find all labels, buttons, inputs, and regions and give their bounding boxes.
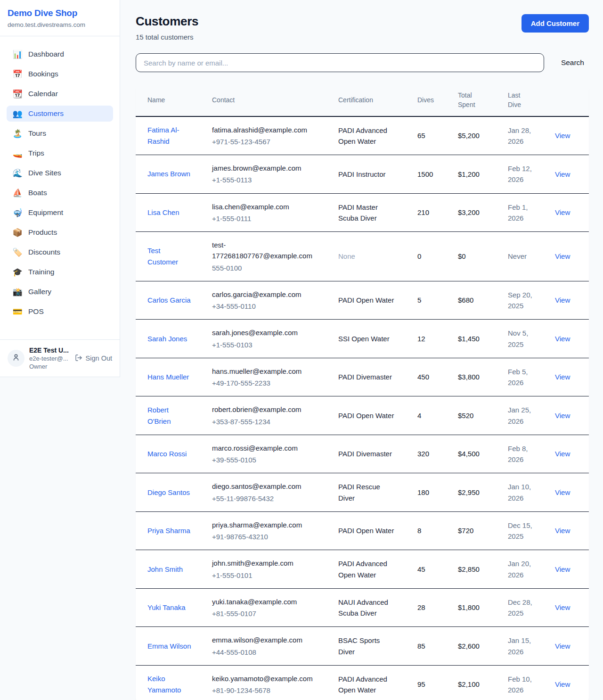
certification-value: PADI Rescue Diver <box>338 481 396 503</box>
sidebar-item-products[interactable]: 📦 Products <box>7 224 113 240</box>
customer-phone: +34-555-0110 <box>212 301 323 312</box>
last-dive-value: Nov 5, 2025 <box>508 328 536 350</box>
view-customer-link[interactable]: View <box>555 252 570 260</box>
customer-name-link[interactable]: Priya Sharma <box>147 525 190 536</box>
customer-name-link[interactable]: Fatima Al-Rashid <box>147 124 192 147</box>
col-header-name: Name <box>136 84 204 116</box>
view-customer-link[interactable]: View <box>555 335 570 343</box>
last-dive-value: Feb 8, 2026 <box>508 443 536 465</box>
customer-email: keiko.yamamoto@example.com <box>212 673 318 684</box>
sidebar-item-gallery[interactable]: 📸 Gallery <box>7 284 113 300</box>
customer-name-link[interactable]: Carlos Garcia <box>147 295 191 306</box>
dives-value: 320 <box>410 435 450 473</box>
customer-name-link[interactable]: Robert O'Brien <box>147 404 192 427</box>
contact-cell: priya.sharma@example.com +91-98765-43210 <box>204 511 331 550</box>
customer-name-link[interactable]: Sarah Jones <box>147 333 187 345</box>
view-customer-link[interactable]: View <box>555 296 570 304</box>
total-spent-value: $2,950 <box>450 473 500 512</box>
view-customer-link[interactable]: View <box>555 642 570 650</box>
certification-value: PADI Divemaster <box>338 371 396 382</box>
calendar-icon: 📆 <box>12 90 23 98</box>
total-spent-value: $0 <box>450 232 500 281</box>
sidebar-item-dive-sites[interactable]: 🌊 Dive Sites <box>7 165 113 181</box>
last-dive-value: Jan 25, 2026 <box>508 404 536 427</box>
view-customer-link[interactable]: View <box>555 565 570 573</box>
sidebar-item-tours[interactable]: 🏝️ Tours <box>7 125 113 141</box>
gallery-camera-icon: 📸 <box>12 288 23 296</box>
view-customer-link[interactable]: View <box>555 170 570 178</box>
customer-name-link[interactable]: James Brown <box>147 168 190 180</box>
dives-value: 95 <box>410 665 450 700</box>
dives-value: 450 <box>410 358 450 396</box>
view-customer-link[interactable]: View <box>555 527 570 535</box>
sidebar-item-bookings[interactable]: 📅 Bookings <box>7 66 113 82</box>
customer-email: john.smith@example.com <box>212 558 318 568</box>
contact-cell: test-1772681807767@example.com 555-0100 <box>204 232 331 281</box>
sidebar-item-customers[interactable]: 👥 Customers <box>7 106 113 122</box>
customer-name-link[interactable]: Hans Mueller <box>147 371 189 383</box>
customer-phone: +1-555-0111 <box>212 213 323 224</box>
table-row: Emma Wilson emma.wilson@example.com +44-… <box>136 627 589 666</box>
page-header-text: Customers 15 total customers <box>136 14 198 41</box>
certification-value: None <box>338 251 396 262</box>
table-header: Name Contact Certification Dives Total S… <box>136 84 589 116</box>
col-header-contact: Contact <box>204 84 331 116</box>
customer-name-link[interactable]: Emma Wilson <box>147 641 191 652</box>
search-input[interactable] <box>136 53 544 72</box>
sidebar-item-equipment[interactable]: 🤿 Equipment <box>7 205 113 221</box>
sidebar-item-boats[interactable]: ⛵ Boats <box>7 185 113 201</box>
customer-name-link[interactable]: Marco Rossi <box>147 448 187 460</box>
user-info: E2E Test U... e2e-tester@... Owner <box>29 346 70 370</box>
view-customer-link[interactable]: View <box>555 450 570 458</box>
table-row: Robert O'Brien robert.obrien@example.com… <box>136 396 589 435</box>
customer-phone: +91-98765-43210 <box>212 531 323 542</box>
customer-phone: +1-555-0113 <box>212 174 323 185</box>
certification-value: PADI Master Scuba Diver <box>338 202 396 224</box>
search-button[interactable]: Search <box>556 55 589 71</box>
last-dive-value: Feb 1, 2026 <box>508 202 536 224</box>
sidebar-item-label: Dashboard <box>28 50 64 58</box>
trips-speedboat-icon: 🚤 <box>12 149 23 157</box>
sign-out-button[interactable]: Sign Out <box>75 354 112 363</box>
table-row: Marco Rossi marco.rossi@example.com +39-… <box>136 435 589 473</box>
view-customer-link[interactable]: View <box>555 132 570 140</box>
pos-credit-card-icon: 💳 <box>12 308 23 316</box>
tours-island-icon: 🏝️ <box>12 130 23 138</box>
view-customer-link[interactable]: View <box>555 680 570 688</box>
user-role: Owner <box>29 363 70 370</box>
last-dive-value: Jan 10, 2026 <box>508 481 536 503</box>
customer-name-link[interactable]: Keiko Yamamoto <box>147 673 192 696</box>
total-spent-value: $2,100 <box>450 665 500 700</box>
sidebar-item-training[interactable]: 🎓 Training <box>7 264 113 280</box>
total-spent-value: $720 <box>450 511 500 550</box>
view-customer-link[interactable]: View <box>555 488 570 496</box>
total-spent-value: $4,500 <box>450 435 500 473</box>
dives-value: 4 <box>410 396 450 435</box>
dives-value: 8 <box>410 511 450 550</box>
customer-name-link[interactable]: Diego Santos <box>147 487 190 498</box>
view-customer-link[interactable]: View <box>555 373 570 381</box>
customer-name-link[interactable]: Yuki Tanaka <box>147 602 186 613</box>
sidebar-item-calendar[interactable]: 📆 Calendar <box>7 86 113 102</box>
dives-value: 85 <box>410 627 450 666</box>
table-row: James Brown james.brown@example.com +1-5… <box>136 155 589 194</box>
sidebar-item-discounts[interactable]: 🏷️ Discounts <box>7 244 113 260</box>
certification-value: PADI Advanced Open Water <box>338 125 396 147</box>
page-header: Customers 15 total customers Add Custome… <box>136 14 589 41</box>
total-spent-value: $2,850 <box>450 550 500 589</box>
sidebar-item-trips[interactable]: 🚤 Trips <box>7 145 113 161</box>
customer-phone: +81-90-1234-5678 <box>212 685 323 696</box>
view-customer-link[interactable]: View <box>555 208 570 216</box>
view-customer-link[interactable]: View <box>555 603 570 611</box>
customer-name-link[interactable]: John Smith <box>147 564 183 575</box>
sidebar-item-pos[interactable]: 💳 POS <box>7 304 113 320</box>
customer-name-link[interactable]: Test Customer <box>147 245 192 268</box>
certification-value: PADI Divemaster <box>338 448 396 459</box>
sidebar-item-dashboard[interactable]: 📊 Dashboard <box>7 46 113 62</box>
customers-table-card: Name Contact Certification Dives Total S… <box>136 84 589 700</box>
customer-email: yuki.tanaka@example.com <box>212 596 318 607</box>
customer-name-link[interactable]: Lisa Chen <box>147 207 179 218</box>
view-customer-link[interactable]: View <box>555 412 570 420</box>
add-customer-button[interactable]: Add Customer <box>522 14 589 33</box>
sidebar-item-label: Boats <box>28 189 47 197</box>
